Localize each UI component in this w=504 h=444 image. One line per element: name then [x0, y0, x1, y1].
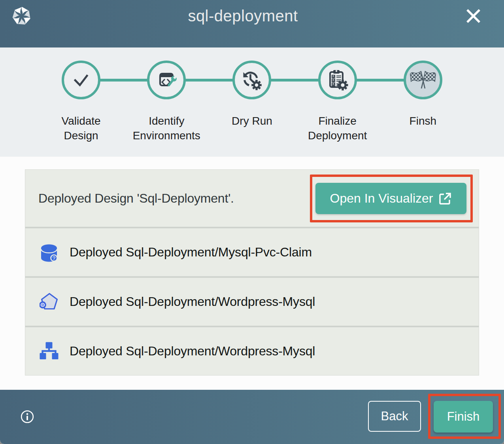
deployment-item-text: Deployed Sql-Deployment/Wordpress-Mysql [70, 294, 315, 309]
step-label: Dry Run [217, 114, 287, 128]
check-icon [70, 69, 92, 91]
step-circle-dry-run [232, 61, 271, 99]
history-gear-icon [241, 69, 263, 91]
step-finalize-deployment: Finalize Deployment [295, 47, 380, 143]
database-icon: ? [40, 243, 59, 262]
back-button[interactable]: Back [368, 401, 421, 432]
deployment-modal: sql-deployment Validate Design [0, 0, 504, 444]
deployment-item-row: Deployed Sql-Deployment/Wordpress-Mysql [25, 327, 479, 375]
stepper: Validate Design [0, 47, 504, 157]
deployment-item-row: Deployed Sql-Deployment/Wordpress-Mysql [25, 278, 479, 326]
topology-icon [40, 342, 59, 361]
open-in-new-icon [438, 192, 452, 205]
open-in-visualizer-button[interactable]: Open In Visualizer [315, 183, 466, 214]
checkered-flags-icon [410, 71, 436, 89]
deployment-item-text: Deployed Sql-Deployment/Mysql-Pvc-Claim [70, 245, 312, 260]
finish-button[interactable]: Finish [434, 401, 493, 433]
step-circle-finalize-deployment [318, 61, 357, 99]
step-label: Validate Design [46, 114, 116, 143]
open-in-visualizer-label: Open In Visualizer [330, 191, 433, 206]
modal-footer: Back Finish [0, 390, 504, 444]
step-circle-finish [404, 61, 442, 99]
step-label: Finalize Deployment [303, 114, 372, 143]
deployment-item-text: Deployed Sql-Deployment/Wordpress-Mysql [70, 344, 315, 359]
results-panel: Deployed Design 'Sql-Deployment'. Open I… [0, 157, 504, 390]
step-validate-design: Validate Design [38, 47, 124, 143]
step-label: Identify Environments [132, 114, 201, 143]
step-dry-run: Dry Run [209, 47, 294, 143]
deployment-item-row: ? Deployed Sql-Deployment/Mysql-Pvc-Clai… [25, 228, 479, 276]
database-badge-question: ? [53, 255, 56, 261]
summary-row: Deployed Design 'Sql-Deployment'. Open I… [25, 170, 479, 227]
modal-header: sql-deployment [0, 0, 504, 47]
step-circle-identify-environments [147, 61, 186, 99]
pentagon-component-icon [40, 292, 59, 311]
modal-title: sql-deployment [0, 7, 486, 25]
close-icon[interactable] [466, 9, 481, 23]
stepper-steps: Validate Design [38, 47, 466, 143]
clipboard-gear-icon [326, 68, 349, 91]
info-icon[interactable] [21, 410, 34, 423]
step-identify-environments: Identify Environments [124, 47, 209, 143]
step-label: Finsh [388, 114, 458, 128]
code-window-wrench-icon [155, 69, 177, 91]
step-finish: Finsh [380, 47, 466, 143]
summary-text: Deployed Design 'Sql-Deployment'. [38, 191, 234, 206]
deployment-results-list: Deployed Design 'Sql-Deployment'. Open I… [25, 169, 479, 376]
step-circle-validate-design [62, 61, 100, 99]
